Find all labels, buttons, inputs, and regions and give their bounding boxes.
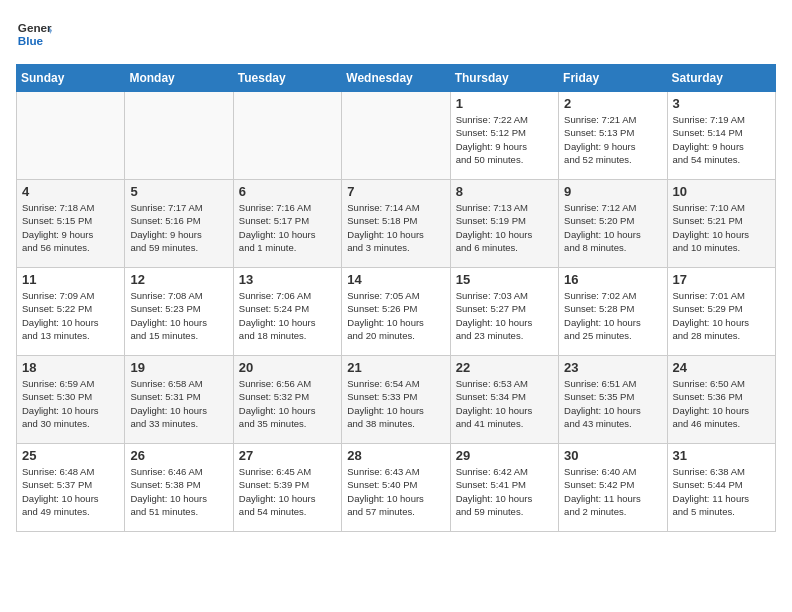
day-info: Sunrise: 7:09 AM Sunset: 5:22 PM Dayligh…	[22, 289, 119, 342]
day-info: Sunrise: 6:54 AM Sunset: 5:33 PM Dayligh…	[347, 377, 444, 430]
day-number: 15	[456, 272, 553, 287]
day-number: 20	[239, 360, 336, 375]
day-number: 16	[564, 272, 661, 287]
calendar-day-16: 16Sunrise: 7:02 AM Sunset: 5:28 PM Dayli…	[559, 268, 667, 356]
day-number: 13	[239, 272, 336, 287]
calendar-day-8: 8Sunrise: 7:13 AM Sunset: 5:19 PM Daylig…	[450, 180, 558, 268]
day-info: Sunrise: 7:06 AM Sunset: 5:24 PM Dayligh…	[239, 289, 336, 342]
day-number: 27	[239, 448, 336, 463]
calendar-day-4: 4Sunrise: 7:18 AM Sunset: 5:15 PM Daylig…	[17, 180, 125, 268]
day-info: Sunrise: 6:38 AM Sunset: 5:44 PM Dayligh…	[673, 465, 770, 518]
calendar-day-25: 25Sunrise: 6:48 AM Sunset: 5:37 PM Dayli…	[17, 444, 125, 532]
day-info: Sunrise: 6:51 AM Sunset: 5:35 PM Dayligh…	[564, 377, 661, 430]
day-number: 18	[22, 360, 119, 375]
day-number: 26	[130, 448, 227, 463]
day-number: 29	[456, 448, 553, 463]
day-info: Sunrise: 7:16 AM Sunset: 5:17 PM Dayligh…	[239, 201, 336, 254]
day-number: 19	[130, 360, 227, 375]
calendar-day-23: 23Sunrise: 6:51 AM Sunset: 5:35 PM Dayli…	[559, 356, 667, 444]
calendar-day-1: 1Sunrise: 7:22 AM Sunset: 5:12 PM Daylig…	[450, 92, 558, 180]
day-info: Sunrise: 6:56 AM Sunset: 5:32 PM Dayligh…	[239, 377, 336, 430]
day-info: Sunrise: 7:13 AM Sunset: 5:19 PM Dayligh…	[456, 201, 553, 254]
day-info: Sunrise: 7:12 AM Sunset: 5:20 PM Dayligh…	[564, 201, 661, 254]
day-number: 31	[673, 448, 770, 463]
day-number: 7	[347, 184, 444, 199]
calendar-day-31: 31Sunrise: 6:38 AM Sunset: 5:44 PM Dayli…	[667, 444, 775, 532]
day-info: Sunrise: 7:03 AM Sunset: 5:27 PM Dayligh…	[456, 289, 553, 342]
day-info: Sunrise: 6:45 AM Sunset: 5:39 PM Dayligh…	[239, 465, 336, 518]
logo: General Blue	[16, 16, 52, 52]
day-number: 12	[130, 272, 227, 287]
calendar-day-3: 3Sunrise: 7:19 AM Sunset: 5:14 PM Daylig…	[667, 92, 775, 180]
day-number: 17	[673, 272, 770, 287]
calendar-day-26: 26Sunrise: 6:46 AM Sunset: 5:38 PM Dayli…	[125, 444, 233, 532]
day-info: Sunrise: 6:50 AM Sunset: 5:36 PM Dayligh…	[673, 377, 770, 430]
svg-text:Blue: Blue	[18, 34, 44, 47]
calendar-empty-cell	[342, 92, 450, 180]
calendar-empty-cell	[233, 92, 341, 180]
day-number: 6	[239, 184, 336, 199]
day-info: Sunrise: 6:53 AM Sunset: 5:34 PM Dayligh…	[456, 377, 553, 430]
calendar-day-21: 21Sunrise: 6:54 AM Sunset: 5:33 PM Dayli…	[342, 356, 450, 444]
day-info: Sunrise: 6:58 AM Sunset: 5:31 PM Dayligh…	[130, 377, 227, 430]
calendar-week-row: 11Sunrise: 7:09 AM Sunset: 5:22 PM Dayli…	[17, 268, 776, 356]
calendar-day-27: 27Sunrise: 6:45 AM Sunset: 5:39 PM Dayli…	[233, 444, 341, 532]
day-number: 21	[347, 360, 444, 375]
day-number: 11	[22, 272, 119, 287]
calendar-day-28: 28Sunrise: 6:43 AM Sunset: 5:40 PM Dayli…	[342, 444, 450, 532]
day-info: Sunrise: 6:42 AM Sunset: 5:41 PM Dayligh…	[456, 465, 553, 518]
day-number: 2	[564, 96, 661, 111]
day-info: Sunrise: 7:22 AM Sunset: 5:12 PM Dayligh…	[456, 113, 553, 166]
day-number: 28	[347, 448, 444, 463]
calendar-day-6: 6Sunrise: 7:16 AM Sunset: 5:17 PM Daylig…	[233, 180, 341, 268]
day-info: Sunrise: 7:01 AM Sunset: 5:29 PM Dayligh…	[673, 289, 770, 342]
day-number: 8	[456, 184, 553, 199]
day-info: Sunrise: 6:46 AM Sunset: 5:38 PM Dayligh…	[130, 465, 227, 518]
calendar-header-wednesday: Wednesday	[342, 65, 450, 92]
calendar-day-18: 18Sunrise: 6:59 AM Sunset: 5:30 PM Dayli…	[17, 356, 125, 444]
day-number: 14	[347, 272, 444, 287]
day-number: 25	[22, 448, 119, 463]
calendar-header-saturday: Saturday	[667, 65, 775, 92]
day-info: Sunrise: 6:59 AM Sunset: 5:30 PM Dayligh…	[22, 377, 119, 430]
day-number: 23	[564, 360, 661, 375]
day-info: Sunrise: 7:17 AM Sunset: 5:16 PM Dayligh…	[130, 201, 227, 254]
day-info: Sunrise: 6:43 AM Sunset: 5:40 PM Dayligh…	[347, 465, 444, 518]
day-number: 24	[673, 360, 770, 375]
calendar-header-sunday: Sunday	[17, 65, 125, 92]
calendar-day-7: 7Sunrise: 7:14 AM Sunset: 5:18 PM Daylig…	[342, 180, 450, 268]
day-number: 30	[564, 448, 661, 463]
day-info: Sunrise: 7:05 AM Sunset: 5:26 PM Dayligh…	[347, 289, 444, 342]
day-number: 5	[130, 184, 227, 199]
calendar-day-2: 2Sunrise: 7:21 AM Sunset: 5:13 PM Daylig…	[559, 92, 667, 180]
calendar-day-19: 19Sunrise: 6:58 AM Sunset: 5:31 PM Dayli…	[125, 356, 233, 444]
calendar-week-row: 1Sunrise: 7:22 AM Sunset: 5:12 PM Daylig…	[17, 92, 776, 180]
calendar-day-30: 30Sunrise: 6:40 AM Sunset: 5:42 PM Dayli…	[559, 444, 667, 532]
day-number: 9	[564, 184, 661, 199]
day-info: Sunrise: 7:19 AM Sunset: 5:14 PM Dayligh…	[673, 113, 770, 166]
calendar-empty-cell	[17, 92, 125, 180]
day-info: Sunrise: 6:48 AM Sunset: 5:37 PM Dayligh…	[22, 465, 119, 518]
calendar-day-17: 17Sunrise: 7:01 AM Sunset: 5:29 PM Dayli…	[667, 268, 775, 356]
calendar-day-9: 9Sunrise: 7:12 AM Sunset: 5:20 PM Daylig…	[559, 180, 667, 268]
calendar-empty-cell	[125, 92, 233, 180]
calendar-day-12: 12Sunrise: 7:08 AM Sunset: 5:23 PM Dayli…	[125, 268, 233, 356]
calendar-day-20: 20Sunrise: 6:56 AM Sunset: 5:32 PM Dayli…	[233, 356, 341, 444]
calendar-header-thursday: Thursday	[450, 65, 558, 92]
calendar-week-row: 4Sunrise: 7:18 AM Sunset: 5:15 PM Daylig…	[17, 180, 776, 268]
day-info: Sunrise: 7:02 AM Sunset: 5:28 PM Dayligh…	[564, 289, 661, 342]
calendar-header-row: SundayMondayTuesdayWednesdayThursdayFrid…	[17, 65, 776, 92]
calendar-day-22: 22Sunrise: 6:53 AM Sunset: 5:34 PM Dayli…	[450, 356, 558, 444]
calendar-day-15: 15Sunrise: 7:03 AM Sunset: 5:27 PM Dayli…	[450, 268, 558, 356]
day-number: 3	[673, 96, 770, 111]
calendar-week-row: 18Sunrise: 6:59 AM Sunset: 5:30 PM Dayli…	[17, 356, 776, 444]
day-number: 4	[22, 184, 119, 199]
day-info: Sunrise: 7:10 AM Sunset: 5:21 PM Dayligh…	[673, 201, 770, 254]
calendar-day-13: 13Sunrise: 7:06 AM Sunset: 5:24 PM Dayli…	[233, 268, 341, 356]
calendar-header-tuesday: Tuesday	[233, 65, 341, 92]
calendar-header-friday: Friday	[559, 65, 667, 92]
calendar-day-24: 24Sunrise: 6:50 AM Sunset: 5:36 PM Dayli…	[667, 356, 775, 444]
calendar-day-11: 11Sunrise: 7:09 AM Sunset: 5:22 PM Dayli…	[17, 268, 125, 356]
svg-text:General: General	[18, 21, 52, 34]
calendar-day-5: 5Sunrise: 7:17 AM Sunset: 5:16 PM Daylig…	[125, 180, 233, 268]
